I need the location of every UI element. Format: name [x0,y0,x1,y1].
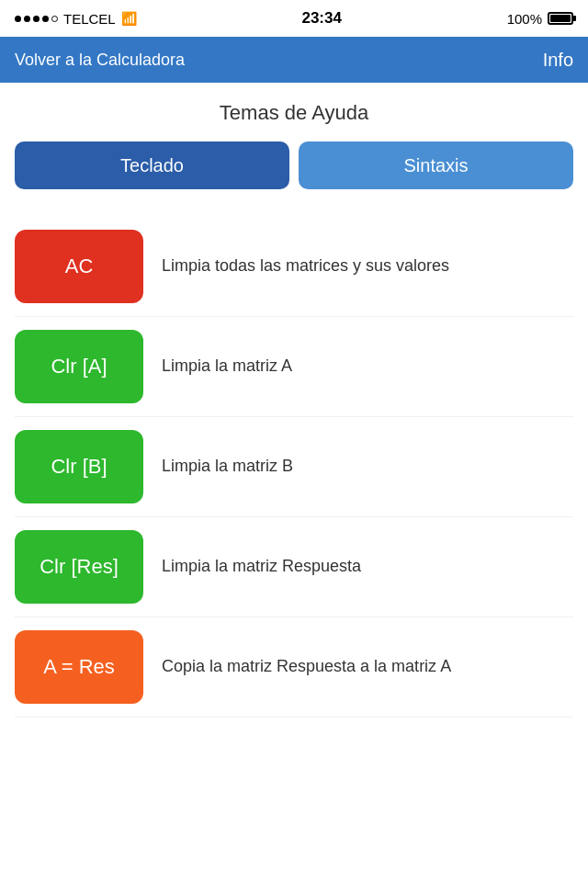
tab-sintaxis[interactable]: Sintaxis [299,141,573,189]
signal-dot-4 [42,16,49,22]
help-item-ac: AC Limpia todas las matrices y sus valor… [15,217,573,317]
ac-description: Limpia todas las matrices y sus valores [162,254,573,277]
a-res-description: Copia la matriz Respuesta a la matriz A [162,655,573,678]
clr-b-button[interactable]: Clr [B] [15,430,143,503]
main-content: Temas de Ayuda Teclado Sintaxis AC Limpi… [0,83,588,736]
back-button[interactable]: Volver a la Calculadora [15,51,185,70]
wifi-icon: 📶 [121,11,137,26]
help-item-clr-b: Clr [B] Limpia la matriz B [15,417,573,517]
battery-icon [548,12,573,25]
clr-a-button[interactable]: Clr [A] [15,330,143,403]
section-title: Temas de Ayuda [15,101,573,125]
clr-res-button[interactable]: Clr [Res] [15,530,143,604]
battery-fill [550,15,571,22]
status-right: 100% [507,11,573,27]
signal-dots [15,16,58,22]
tab-row: Teclado Sintaxis [15,141,573,189]
help-list: AC Limpia todas las matrices y sus valor… [15,217,573,718]
help-item-clr-a: Clr [A] Limpia la matriz A [15,317,573,417]
clr-res-description: Limpia la matriz Respuesta [162,555,573,578]
signal-dot-2 [24,16,30,22]
ac-button[interactable]: AC [15,230,143,303]
status-bar: TELCEL 📶 23:34 100% [0,0,588,37]
nav-bar: Volver a la Calculadora Info [0,37,588,83]
time-display: 23:34 [301,9,341,28]
tab-teclado[interactable]: Teclado [15,141,289,189]
signal-dot-1 [15,16,21,22]
clr-b-description: Limpia la matriz B [162,455,573,478]
battery-label: 100% [507,11,542,27]
signal-dot-5 [51,16,58,22]
signal-dot-3 [33,16,40,22]
help-item-a-res: A = Res Copia la matriz Respuesta a la m… [15,617,573,718]
a-res-button[interactable]: A = Res [15,630,143,704]
carrier-label: TELCEL [63,11,116,27]
clr-a-description: Limpia la matriz A [162,355,573,378]
help-item-clr-res: Clr [Res] Limpia la matriz Respuesta [15,517,573,617]
info-button[interactable]: Info [543,50,573,71]
status-left: TELCEL 📶 [15,11,137,27]
